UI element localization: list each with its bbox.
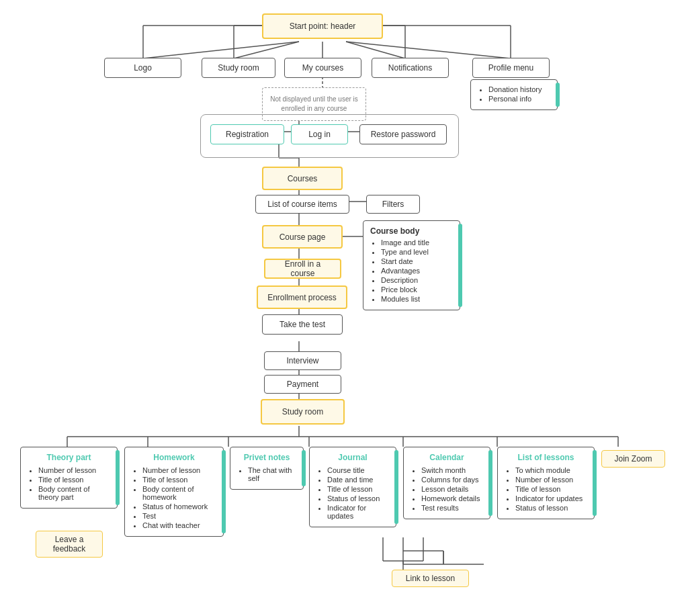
cal-item-3: Lesson details (421, 485, 483, 493)
pn-item-1: The chat with self (248, 466, 296, 482)
cal-item-4: Homework details (421, 494, 483, 502)
courses-label: Courses (288, 174, 318, 183)
payment-label: Payment (287, 380, 318, 389)
notifications-label: Notifications (388, 63, 432, 73)
leave-feedback-label: Leave a feedback (53, 535, 86, 554)
cb-item-3: Start date (381, 257, 453, 265)
theory-part-list: Number of lesson Title of lesson Body co… (28, 466, 110, 501)
join-zoom-label: Join Zoom (614, 454, 652, 464)
cal-item-2: Columns for days (421, 476, 483, 484)
leave-feedback-button[interactable]: Leave a feedback (36, 531, 103, 558)
course-body-list: Image and title Type and level Start dat… (370, 238, 453, 303)
profile-item-1: Donation history (488, 85, 550, 93)
svg-line-0 (143, 42, 299, 58)
logo-label: Logo (134, 63, 152, 73)
cb-item-4: Advantages (381, 267, 453, 275)
list-course-items-label: List of course items (267, 200, 337, 209)
jn-item-2: Date and time (327, 476, 389, 484)
tp-item-1: Number of lesson (38, 466, 110, 474)
jn-item-3: Title of lesson (327, 485, 389, 493)
theory-part-title: Theory part (28, 453, 110, 462)
ll-item-1: To which module (515, 466, 587, 474)
cb-item-2: Type and level (381, 248, 453, 256)
calendar-list: Switch month Columns for days Lesson det… (411, 466, 483, 512)
cal-item-1: Switch month (421, 466, 483, 474)
enroll-course-label: Enroll in a course (273, 259, 332, 278)
courses-node: Courses (262, 167, 343, 190)
calendar-box: Calendar Switch month Columns for days L… (403, 447, 490, 519)
journal-title: Journal (316, 453, 389, 462)
restore-password-node: Restore password (359, 124, 447, 144)
jn-item-1: Course title (327, 466, 389, 474)
not-displayed-node: Not displayed until the user is enrolled… (262, 87, 366, 121)
course-page-node: Course page (262, 225, 343, 249)
join-zoom-button[interactable]: Join Zoom (601, 450, 665, 468)
privet-notes-title: Privet notes (237, 453, 296, 462)
link-to-lesson-button[interactable]: Link to lesson (392, 570, 469, 587)
profile-menu-label: Profile menu (488, 63, 533, 73)
cb-item-5: Description (381, 276, 453, 284)
jn-item-4: Status of lesson (327, 494, 389, 502)
profile-menu-info: Donation history Personal info (470, 79, 558, 110)
my-courses-node: My courses (284, 58, 361, 78)
filters-node: Filters (366, 195, 420, 214)
start-point-node: Start point: header (262, 13, 383, 39)
cal-item-5: Test results (421, 504, 483, 512)
hw-item-2: Title of lesson (142, 476, 216, 484)
calendar-title: Calendar (411, 453, 483, 462)
tp-item-2: Title of lesson (38, 476, 110, 484)
privet-notes-box: Privet notes The chat with self (230, 447, 304, 490)
jn-item-5: Indicator for updates (327, 504, 389, 520)
hw-item-4: Status of homework (142, 502, 216, 511)
study-room-nav-label: Study room (218, 63, 259, 73)
ll-item-4: Indicator for updates (515, 494, 587, 502)
homework-box: Homework Number of lesson Title of lesso… (124, 447, 224, 537)
login-label: Log in (308, 130, 331, 139)
hw-item-3: Body content of homework (142, 485, 216, 501)
restore-password-label: Restore password (371, 130, 436, 139)
hw-item-6: Chat with teacher (142, 521, 216, 529)
hw-item-5: Test (142, 512, 216, 520)
cb-item-7: Modules list (381, 295, 453, 303)
link-to-lesson-label: Link to lesson (406, 574, 455, 583)
profile-menu-node: Profile menu (472, 58, 550, 78)
profile-item-2: Personal info (488, 95, 550, 103)
course-page-label: Course page (280, 232, 326, 242)
theory-part-box: Theory part Number of lesson Title of le… (20, 447, 118, 509)
study-room-main-node: Study room (261, 399, 345, 425)
homework-title: Homework (132, 453, 216, 462)
interview-node: Interview (264, 351, 341, 370)
cb-item-6: Price block (381, 285, 453, 294)
homework-list: Number of lesson Title of lesson Body co… (132, 466, 216, 529)
take-test-label: Take the test (280, 320, 325, 329)
list-lessons-box: List of lessons To which module Number o… (497, 447, 595, 519)
list-lessons-list: To which module Number of lesson Title o… (505, 466, 587, 512)
hw-item-1: Number of lesson (142, 466, 216, 474)
tp-item-3: Body content of theory part (38, 485, 110, 501)
study-room-main-label: Study room (282, 407, 323, 416)
notifications-node: Notifications (372, 58, 449, 78)
course-body-info: Course body Image and title Type and lev… (363, 220, 460, 310)
svg-line-4 (346, 42, 511, 58)
enrollment-process-label: Enrollment process (267, 293, 337, 302)
payment-node: Payment (264, 375, 341, 394)
enrollment-process-node: Enrollment process (257, 285, 347, 309)
journal-list: Course title Date and time Title of less… (316, 466, 389, 520)
list-course-items-node: List of course items (255, 195, 349, 214)
not-displayed-label: Not displayed until the user is enrolled… (269, 95, 359, 114)
svg-line-1 (234, 42, 299, 58)
privet-notes-list: The chat with self (237, 466, 296, 482)
registration-label: Registration (226, 130, 269, 139)
ll-item-5: Status of lesson (515, 504, 587, 512)
my-courses-label: My courses (302, 63, 343, 73)
svg-line-3 (346, 42, 405, 58)
ll-item-2: Number of lesson (515, 476, 587, 484)
start-point-label: Start point: header (290, 21, 356, 31)
list-lessons-title: List of lessons (505, 453, 587, 462)
profile-menu-list: Donation history Personal info (478, 85, 550, 103)
course-body-title: Course body (370, 226, 453, 236)
interview-label: Interview (286, 356, 318, 365)
registration-node: Registration (210, 124, 284, 144)
filters-label: Filters (382, 200, 404, 209)
take-test-node: Take the test (262, 314, 343, 335)
